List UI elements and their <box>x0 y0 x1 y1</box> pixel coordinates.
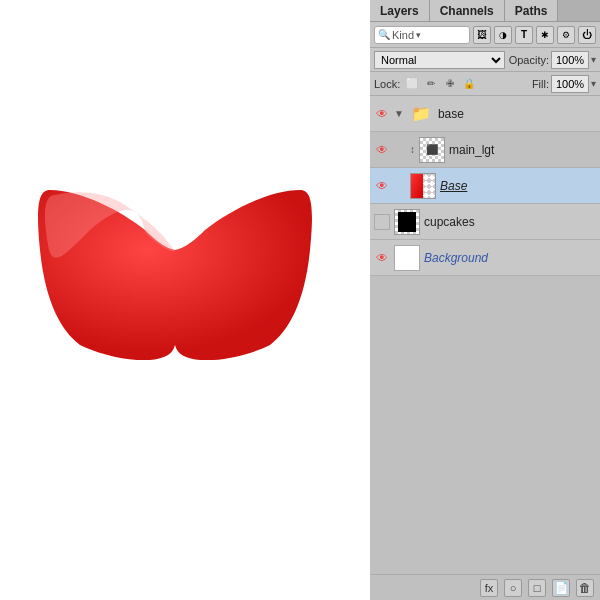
layer-list: 👁 ▼ 📁 base 👁 ↕ ⬛ main_lgt 👁 <box>370 96 600 574</box>
eye-icon-main-lgt[interactable]: 👁 <box>374 142 390 158</box>
opacity-arrow[interactable]: ▾ <box>591 54 596 65</box>
tabs-row: Layers Channels Paths <box>370 0 600 22</box>
opacity-box: Opacity: ▾ <box>509 51 596 69</box>
layer-item-cupcakes[interactable]: cupcakes <box>370 204 600 240</box>
layer-name-background: Background <box>424 251 596 265</box>
layer-item-background[interactable]: 👁 Background <box>370 240 600 276</box>
group-arrow-base[interactable]: ▼ <box>394 108 404 119</box>
folder-thumb-base: 📁 <box>408 103 434 125</box>
eye-icon-cupcakes[interactable] <box>374 214 390 230</box>
shape-filter-btn[interactable]: ✱ <box>536 26 554 44</box>
thumb-cupcakes <box>394 209 420 235</box>
thumb-base <box>410 173 436 199</box>
toggle-filter-btn[interactable]: ⏻ <box>578 26 596 44</box>
new-layer-btn[interactable]: 📄 <box>552 579 570 597</box>
delete-layer-btn[interactable]: 🗑 <box>576 579 594 597</box>
opacity-input[interactable] <box>551 51 589 69</box>
eye-icon-base[interactable]: 👁 <box>374 178 390 194</box>
lock-position-btn[interactable]: ✙ <box>442 76 458 92</box>
opacity-label: Opacity: <box>509 54 549 66</box>
layer-name-base-group: base <box>438 107 596 121</box>
layer-item-main-lgt[interactable]: 👁 ↕ ⬛ main_lgt <box>370 132 600 168</box>
search-icon: 🔍 <box>378 29 390 40</box>
eye-icon-base-group[interactable]: 👁 <box>374 106 390 122</box>
layer-item-base-group[interactable]: 👁 ▼ 📁 base <box>370 96 600 132</box>
link-icon-main-lgt: ↕ <box>410 144 415 155</box>
canvas-area <box>0 0 370 600</box>
bottom-toolbar: fx ○ □ 📄 🗑 <box>370 574 600 600</box>
layer-name-main-lgt: main_lgt <box>449 143 596 157</box>
panels-area: Layers Channels Paths 🔍 Kind ▾ 🖼 ◑ T ✱ ⚙… <box>370 0 600 600</box>
tab-paths[interactable]: Paths <box>505 0 559 21</box>
lock-all-btn[interactable]: 🔒 <box>461 76 477 92</box>
lock-transparency-btn[interactable]: ⬜ <box>404 76 420 92</box>
kind-search-box[interactable]: 🔍 Kind ▾ <box>374 26 470 44</box>
layer-name-base: Base <box>440 179 596 193</box>
toolbar-row2: Normal Opacity: ▾ <box>370 48 600 72</box>
fill-input[interactable] <box>551 75 589 93</box>
fill-arrow[interactable]: ▾ <box>591 78 596 89</box>
fill-label: Fill: <box>532 78 549 90</box>
red-shape <box>30 160 320 360</box>
image-filter-btn[interactable]: 🖼 <box>473 26 491 44</box>
thumb-background <box>394 245 420 271</box>
blend-mode-select[interactable]: Normal <box>374 51 505 69</box>
add-layer-style-btn[interactable]: fx <box>480 579 498 597</box>
kind-dropdown-arrow: ▾ <box>416 30 421 40</box>
new-group-btn[interactable]: □ <box>528 579 546 597</box>
kind-label: Kind <box>392 29 414 41</box>
tab-channels[interactable]: Channels <box>430 0 505 21</box>
layer-item-base[interactable]: 👁 Base <box>370 168 600 204</box>
add-mask-btn[interactable]: ○ <box>504 579 522 597</box>
smart-filter-btn[interactable]: ⚙ <box>557 26 575 44</box>
toolbar-row1: 🔍 Kind ▾ 🖼 ◑ T ✱ ⚙ ⏻ <box>370 22 600 48</box>
toolbar-row3: Lock: ⬜ ✏ ✙ 🔒 Fill: ▾ <box>370 72 600 96</box>
adjustment-filter-btn[interactable]: ◑ <box>494 26 512 44</box>
thumb-main-lgt: ⬛ <box>419 137 445 163</box>
lock-label: Lock: <box>374 78 400 90</box>
lock-icons: ⬜ ✏ ✙ 🔒 <box>404 76 477 92</box>
tab-layers[interactable]: Layers <box>370 0 430 21</box>
type-filter-btn[interactable]: T <box>515 26 533 44</box>
lock-pixels-btn[interactable]: ✏ <box>423 76 439 92</box>
eye-icon-background[interactable]: 👁 <box>374 250 390 266</box>
layer-name-cupcakes: cupcakes <box>424 215 596 229</box>
fill-box: Fill: ▾ <box>532 75 596 93</box>
